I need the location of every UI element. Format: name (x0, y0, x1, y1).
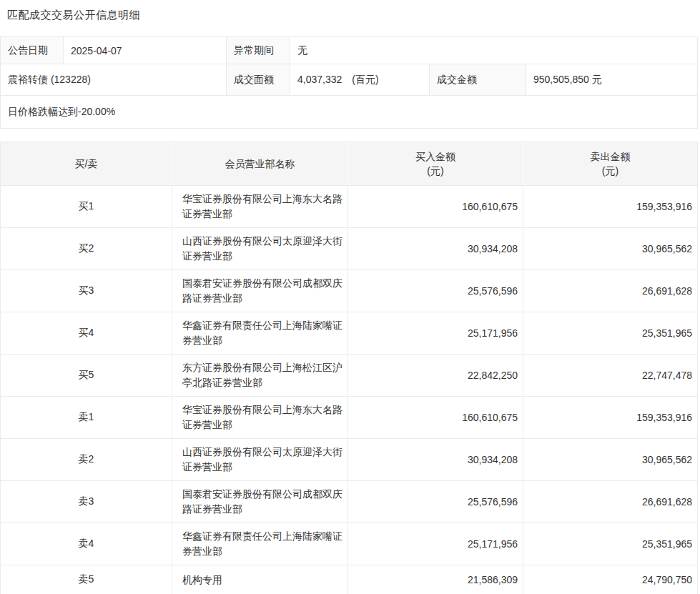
branch-cell: 华宝证券股份有限公司上海东大名路证券营业部 (172, 397, 348, 439)
table-row-buy1: 买1 华宝证券股份有限公司上海东大名路证券营业部 160,610,675 159… (1, 186, 698, 228)
face-value-unit: (百元) (352, 74, 378, 85)
col-header-sell-unit: (元) (523, 164, 697, 178)
branch-cell: 东方证券股份有限公司上海松江区沪亭北路证券营业部 (172, 355, 348, 397)
branch-cell: 山西证券股份有限公司太原迎泽大街证券营业部 (172, 228, 348, 270)
table-row-sell4: 卖4 华鑫证券有限责任公司上海陆家嘴证券营业部 25,171,956 25,35… (1, 523, 698, 565)
summary-row-security: 震裕转债 (123228) 成交面额 4,037,332(百元) 成交金额 95… (1, 64, 698, 96)
side-cell: 卖4 (1, 523, 172, 565)
side-cell: 买5 (1, 355, 172, 397)
col-header-buy-label: 买入金额 (348, 149, 523, 164)
summary-table: 公告日期 2025-04-07 异常期间 无 震裕转债 (123228) 成交面… (0, 36, 698, 129)
side-cell: 买1 (1, 186, 172, 228)
detail-table-body: 买1 华宝证券股份有限公司上海东大名路证券营业部 160,610,675 159… (1, 186, 698, 594)
table-row-buy5: 买5 东方证券股份有限公司上海松江区沪亭北路证券营业部 22,842,250 2… (1, 355, 698, 397)
face-value: 4,037,332 (297, 74, 342, 85)
page-title: 匹配成交交易公开信息明细 (7, 9, 140, 21)
face-value-cell: 4,037,332(百元) (290, 64, 430, 96)
detail-table-header: 买/卖 会员营业部名称 买入金额 (元) 卖出金额 (元) (1, 142, 698, 186)
col-header-sell-label: 卖出金额 (523, 149, 697, 164)
face-value-label: 成交面额 (227, 64, 290, 96)
branch-cell: 山西证券股份有限公司太原迎泽大街证券营业部 (172, 439, 348, 481)
table-row-buy4: 买4 华鑫证券有限责任公司上海陆家嘴证券营业部 25,171,956 25,35… (1, 312, 698, 355)
col-header-side: 买/卖 (1, 142, 172, 186)
side-cell: 买4 (1, 312, 172, 355)
side-cell: 卖5 (1, 565, 172, 594)
buy-amount-cell: 25,576,596 (348, 481, 523, 523)
sell-amount-cell: 30,965,562 (523, 439, 698, 481)
abnormal-period-value: 无 (290, 37, 698, 64)
sell-amount-cell: 25,351,965 (523, 523, 698, 565)
branch-cell: 华鑫证券有限责任公司上海陆家嘴证券营业部 (172, 523, 348, 565)
col-header-branch-label: 会员营业部名称 (172, 157, 347, 171)
summary-row-date: 公告日期 2025-04-07 异常期间 无 (1, 37, 698, 64)
sell-amount-cell: 22,747,478 (523, 355, 698, 397)
sell-amount-cell: 26,691,628 (523, 481, 698, 523)
page: 匹配成交交易公开信息明细 公告日期 2025-04-07 异常期间 无 震裕转债… (0, 0, 700, 594)
summary-row-note: 日价格跌幅达到-20.00% (1, 96, 698, 129)
buy-amount-cell: 160,610,675 (348, 397, 523, 439)
sell-amount-cell: 25,351,965 (523, 312, 698, 355)
side-cell: 买3 (1, 270, 172, 312)
table-row-sell5: 卖5 机构专用 21,586,309 24,790,750 (1, 565, 698, 594)
abnormal-period-label: 异常期间 (227, 37, 290, 64)
buy-amount-cell: 25,576,596 (348, 270, 523, 312)
turnover-value: 950,505,850 元 (526, 64, 698, 96)
branch-cell: 国泰君安证券股份有限公司成都双庆路证券营业部 (172, 270, 348, 312)
side-cell: 卖3 (1, 481, 172, 523)
title-bar: 匹配成交交易公开信息明细 (0, 0, 700, 36)
table-row-buy3: 买3 国泰君安证券股份有限公司成都双庆路证券营业部 25,576,596 26,… (1, 270, 698, 312)
detail-table: 买/卖 会员营业部名称 买入金额 (元) 卖出金额 (元) 买1 华宝证券股份有… (0, 142, 698, 594)
buy-amount-cell: 22,842,250 (348, 355, 523, 397)
branch-cell: 华鑫证券有限责任公司上海陆家嘴证券营业部 (172, 312, 348, 355)
sell-amount-cell: 26,691,628 (523, 270, 698, 312)
table-row-sell1: 卖1 华宝证券股份有限公司上海东大名路证券营业部 160,610,675 159… (1, 397, 698, 439)
col-header-buy: 买入金额 (元) (348, 142, 523, 186)
price-drop-note: 日价格跌幅达到-20.00% (1, 96, 698, 129)
buy-amount-cell: 160,610,675 (348, 186, 523, 228)
security-name: 震裕转债 (123228) (1, 64, 227, 96)
branch-cell: 国泰君安证券股份有限公司成都双庆路证券营业部 (172, 481, 348, 523)
sell-amount-cell: 159,353,916 (523, 397, 698, 439)
announce-date-value: 2025-04-07 (64, 37, 227, 64)
buy-amount-cell: 25,171,956 (348, 523, 523, 565)
table-row-sell3: 卖3 国泰君安证券股份有限公司成都双庆路证券营业部 25,576,596 26,… (1, 481, 698, 523)
side-cell: 买2 (1, 228, 172, 270)
col-header-buy-unit: (元) (348, 164, 523, 178)
col-header-side-label: 买/卖 (1, 157, 172, 171)
buy-amount-cell: 25,171,956 (348, 312, 523, 355)
col-header-branch: 会员营业部名称 (172, 142, 348, 186)
col-header-sell: 卖出金额 (元) (523, 142, 698, 186)
branch-cell: 华宝证券股份有限公司上海东大名路证券营业部 (172, 186, 348, 228)
announce-date-label: 公告日期 (1, 37, 64, 64)
table-row-buy2: 买2 山西证券股份有限公司太原迎泽大街证券营业部 30,934,208 30,9… (1, 228, 698, 270)
sell-amount-cell: 30,965,562 (523, 228, 698, 270)
sell-amount-cell: 24,790,750 (523, 565, 698, 594)
buy-amount-cell: 30,934,208 (348, 439, 523, 481)
side-cell: 卖1 (1, 397, 172, 439)
buy-amount-cell: 21,586,309 (348, 565, 523, 594)
turnover-label: 成交金额 (430, 64, 526, 96)
buy-amount-cell: 30,934,208 (348, 228, 523, 270)
sell-amount-cell: 159,353,916 (523, 186, 698, 228)
side-cell: 卖2 (1, 439, 172, 481)
branch-cell: 机构专用 (172, 565, 348, 594)
table-row-sell2: 卖2 山西证券股份有限公司太原迎泽大街证券营业部 30,934,208 30,9… (1, 439, 698, 481)
